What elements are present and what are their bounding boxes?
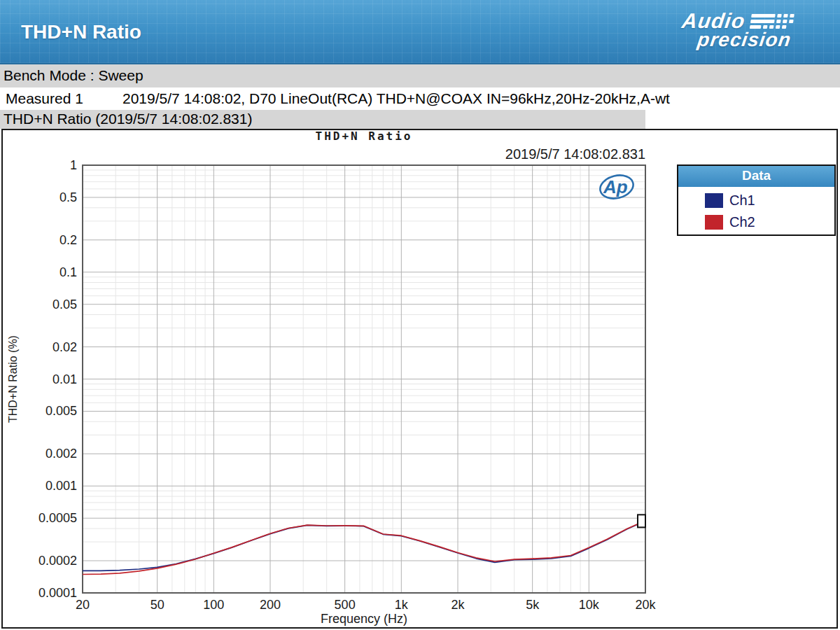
svg-text:THD+N Ratio (%): THD+N Ratio (%) <box>7 335 19 423</box>
svg-text:0.02: 0.02 <box>52 340 77 354</box>
bench-mode-bar: Bench Mode : Sweep <box>0 64 840 88</box>
svg-text:2k: 2k <box>451 598 465 612</box>
result-title-bar: THD+N Ratio (2019/5/7 14:08:02.831) <box>0 110 645 129</box>
ch1-color-swatch <box>705 193 723 208</box>
svg-text:200: 200 <box>260 598 281 612</box>
svg-text:0.001: 0.001 <box>46 479 77 493</box>
page-title: THD+N Ratio <box>21 21 141 43</box>
svg-text:0.5: 0.5 <box>59 190 77 204</box>
chart-panel: 10.50.20.10.050.020.010.0050.0020.0010.0… <box>1 129 838 629</box>
measured-label: Measured 1 <box>6 90 122 110</box>
legend-item-ch2[interactable]: Ch2 <box>678 214 834 230</box>
logo-text-precision: precision <box>696 31 807 49</box>
svg-text:0.1: 0.1 <box>59 265 77 279</box>
svg-text:500: 500 <box>335 598 356 612</box>
svg-text:0.005: 0.005 <box>46 404 77 418</box>
svg-text:1: 1 <box>70 158 77 172</box>
svg-text:100: 100 <box>203 598 224 612</box>
legend-item-ch1[interactable]: Ch1 <box>678 192 834 209</box>
svg-text:2019/5/7 14:08:02.831: 2019/5/7 14:08:02.831 <box>505 146 645 162</box>
svg-text:0.2: 0.2 <box>59 233 77 247</box>
legend: Data Ch1 Ch2 <box>677 164 836 236</box>
svg-text:0.0005: 0.0005 <box>38 511 77 525</box>
ch2-color-swatch <box>705 215 723 230</box>
svg-text:THD+N Ratio: THD+N Ratio <box>316 130 413 143</box>
logo-text-audio: Audio <box>680 11 746 31</box>
ch2-label: Ch2 <box>729 214 755 230</box>
app-header: THD+N Ratio Audio precision <box>0 0 840 64</box>
svg-text:Frequency (Hz): Frequency (Hz) <box>321 612 407 626</box>
svg-text:5k: 5k <box>526 598 540 612</box>
svg-text:20k: 20k <box>635 598 656 612</box>
svg-text:0.0001: 0.0001 <box>38 586 77 600</box>
svg-text:1k: 1k <box>395 598 409 612</box>
svg-text:50: 50 <box>150 598 164 612</box>
cursor-marker <box>638 514 645 527</box>
ch1-label: Ch1 <box>729 192 755 209</box>
svg-text:Ap: Ap <box>603 176 628 197</box>
measured-row: Measured 1 2019/5/7 14:08:02, D70 LineOu… <box>0 88 840 110</box>
svg-text:0.0002: 0.0002 <box>38 554 77 568</box>
svg-text:0.01: 0.01 <box>52 372 77 386</box>
measured-details: 2019/5/7 14:08:02, D70 LineOut(RCA) THD+… <box>122 90 670 110</box>
svg-text:0.05: 0.05 <box>52 298 77 312</box>
audio-precision-logo: Audio precision <box>678 11 810 55</box>
legend-header: Data <box>678 166 834 187</box>
svg-text:10k: 10k <box>579 598 600 612</box>
svg-text:0.002: 0.002 <box>46 447 77 461</box>
svg-text:20: 20 <box>76 598 90 612</box>
